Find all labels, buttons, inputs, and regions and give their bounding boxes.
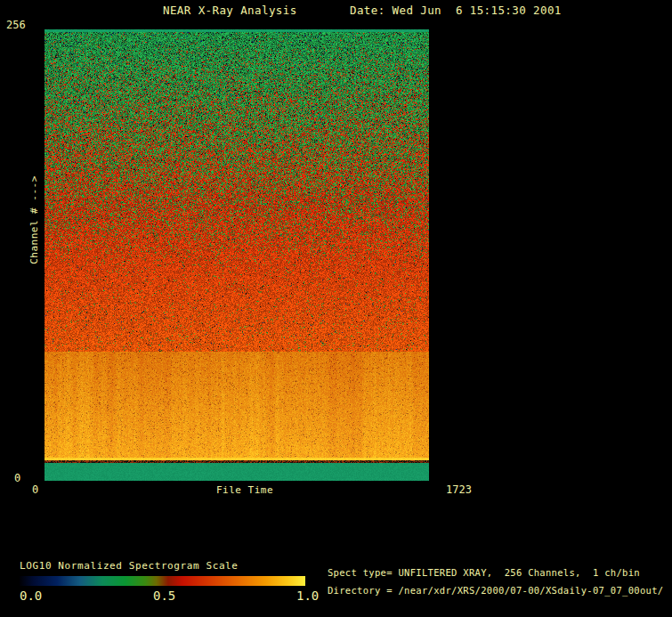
x-axis-max-label: 1723 — [446, 483, 472, 496]
colorbar-title: LOG10 Normalized Spectrogram Scale — [20, 560, 239, 572]
y-axis-title: Channel # ---> — [28, 86, 43, 353]
y-axis-min-label: 0 — [14, 472, 20, 484]
spect-type-line: Spect type= UNFILTERED XRAY, 256 Channel… — [328, 567, 640, 578]
header-date: Date: Wed Jun 6 15:15:30 2001 — [350, 4, 562, 17]
y-axis-max-label: 256 — [6, 19, 26, 31]
colorbar-tick-mid: 0.5 — [153, 589, 175, 603]
x-axis-min-label: 0 — [32, 483, 38, 496]
directory-line: Directory = /near/xdr/XRS/2000/07-00/XSd… — [328, 585, 663, 596]
colorbar-tick-max: 1.0 — [296, 589, 319, 603]
colorbar-gradient — [20, 576, 305, 586]
near-xray-analysis-window: NEAR X-Ray Analysis Date: Wed Jun 6 15:1… — [0, 0, 672, 617]
colorbar-tick-min: 0.0 — [20, 589, 42, 603]
x-axis-title: File Time — [216, 484, 273, 496]
page-title: NEAR X-Ray Analysis — [163, 4, 297, 17]
spectrogram-image — [45, 29, 429, 481]
